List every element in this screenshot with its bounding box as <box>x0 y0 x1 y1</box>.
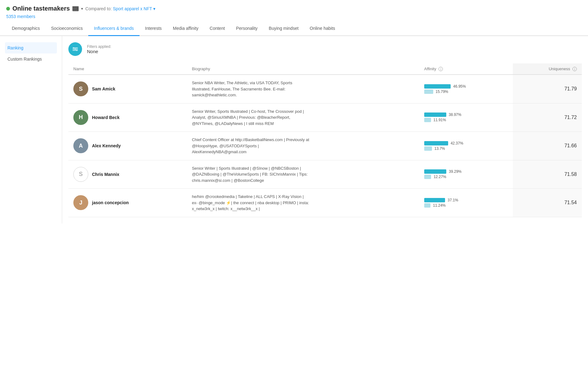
sidebar-item-custom[interactable]: Custom Rankings <box>5 53 57 65</box>
person-cell-chris-mannix: SChris Mannix <box>68 160 187 189</box>
person-name-sam-amick[interactable]: Sam Amick <box>92 86 115 91</box>
nav-tabs: DemographicsSocioeconomicsInfluencers & … <box>0 21 588 36</box>
compared-value-link[interactable]: Sport apparel x NFT <box>113 6 152 11</box>
influencers-table: Name Biography Affinity i Uniqueness i S… <box>68 63 582 217</box>
filter-button[interactable] <box>68 42 82 56</box>
person-cell-howard-beck: HHoward Beck <box>68 103 187 132</box>
col-biography: Biography <box>187 63 419 75</box>
title-icon <box>72 6 79 11</box>
svg-rect-2 <box>72 10 78 11</box>
avatar-chris-mannix: S <box>73 167 88 182</box>
page-header: Online tastemakers ▾ Compared to: Sport … <box>0 0 588 21</box>
avatar-alex-kennedy: A <box>73 138 88 153</box>
svg-rect-1 <box>72 8 77 9</box>
table-row: Jjason concepcionhe/him @crookedmedia | … <box>68 189 582 217</box>
nav-tab-content[interactable]: Content <box>204 21 231 36</box>
affinity-sam-amick: 46.95%15.79% <box>419 75 513 103</box>
affinity-alex-kennedy: 42.37%13.7% <box>419 132 513 160</box>
person-cell-jason-concepcion: Jjason concepcion <box>68 189 187 217</box>
person-cell-sam-amick: SSam Amick <box>68 75 187 103</box>
person-cell-alex-kennedy: AAlex Kennedy <box>68 132 187 160</box>
bio-jason-concepcion: he/him @crookedmedia | Takeline | ALL CA… <box>187 189 419 217</box>
affinity-info-icon[interactable]: i <box>439 67 443 71</box>
nav-tab-socioeconomics[interactable]: Socioeconomics <box>45 21 88 36</box>
avatar-howard-beck: H <box>73 110 88 125</box>
affinity-howard-beck: 38.97%11.91% <box>419 103 513 132</box>
content-area: RankingCustom Rankings Filters applied: … <box>0 36 588 223</box>
uniqueness-alex-kennedy: 71.66 <box>513 132 582 160</box>
sidebar: RankingCustom Rankings <box>0 36 62 223</box>
col-affinity: Affinity i <box>419 63 513 75</box>
compared-dropdown-icon[interactable]: ▾ <box>153 6 155 11</box>
uniqueness-chris-mannix: 71.58 <box>513 160 582 189</box>
uniqueness-sam-amick: 71.79 <box>513 75 582 103</box>
col-name: Name <box>68 63 187 75</box>
bio-sam-amick: Senior NBA Writer, The Athletic, via USA… <box>187 75 419 103</box>
table-row: SChris MannixSenior Writer | Sports Illu… <box>68 160 582 189</box>
table-row: SSam AmickSenior NBA Writer, The Athleti… <box>68 75 582 103</box>
title-dropdown-icon[interactable]: ▾ <box>81 7 83 11</box>
status-dot <box>6 7 10 11</box>
person-name-chris-mannix[interactable]: Chris Mannix <box>92 172 119 177</box>
bio-howard-beck: Senior Writer, Sports Illustrated | Co-h… <box>187 103 419 132</box>
uniqueness-info-icon[interactable]: i <box>572 67 577 71</box>
affinity-jason-concepcion: 37.1%11.24% <box>419 189 513 217</box>
filters-info: Filters applied: None <box>87 44 111 54</box>
compared-label: Compared to: Sport apparel x NFT ▾ <box>85 6 155 11</box>
nav-tab-online[interactable]: Online habits <box>304 21 341 36</box>
sidebar-item-ranking[interactable]: Ranking <box>5 42 57 53</box>
col-uniqueness: Uniqueness i <box>513 63 582 75</box>
person-name-alex-kennedy[interactable]: Alex Kennedy <box>92 143 121 148</box>
nav-tab-demographics[interactable]: Demographics <box>6 21 45 36</box>
main-content: Filters applied: None Name Biography Aff… <box>62 36 588 223</box>
filters-value: None <box>87 49 111 54</box>
members-count[interactable]: 5353 members <box>6 14 582 19</box>
avatar-jason-concepcion: J <box>73 195 88 210</box>
bio-alex-kennedy: Chief Content Officer at http://Basketba… <box>187 132 419 160</box>
filters-label: Filters applied: <box>87 44 111 49</box>
uniqueness-howard-beck: 71.72 <box>513 103 582 132</box>
page-title: Online tastemakers <box>12 5 70 12</box>
affinity-chris-mannix: 39.29%12.27% <box>419 160 513 189</box>
nav-tab-personality[interactable]: Personality <box>231 21 263 36</box>
filters-row: Filters applied: None <box>68 42 582 56</box>
nav-tab-media[interactable]: Media affinity <box>167 21 204 36</box>
person-name-howard-beck[interactable]: Howard Beck <box>92 115 120 120</box>
nav-tab-buying[interactable]: Buying mindset <box>263 21 304 36</box>
table-row: HHoward BeckSenior Writer, Sports Illust… <box>68 103 582 132</box>
svg-rect-0 <box>72 6 79 7</box>
nav-tab-interests[interactable]: Interests <box>140 21 168 36</box>
bio-chris-mannix: Senior Writer | Sports Illustrated | @SI… <box>187 160 419 189</box>
avatar-sam-amick: S <box>73 81 88 96</box>
nav-tab-influencers[interactable]: Influencers & brands <box>88 21 139 36</box>
table-row: AAlex KennedyChief Content Officer at ht… <box>68 132 582 160</box>
uniqueness-jason-concepcion: 71.54 <box>513 189 582 217</box>
person-name-jason-concepcion[interactable]: jason concepcion <box>92 200 129 205</box>
